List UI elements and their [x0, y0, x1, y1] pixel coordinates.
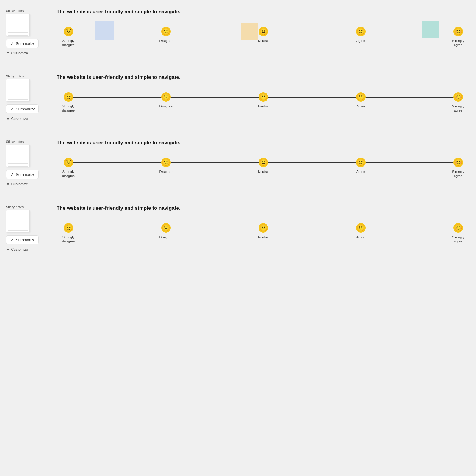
- point-label-strongly-disagree-3: Stronglydisagree: [62, 170, 75, 178]
- sticky-notes-label-1: Sticky notes: [6, 9, 24, 12]
- point-label-strongly-agree-4: Stronglyagree: [452, 235, 464, 244]
- summarize-label-3: Summarize: [16, 172, 35, 177]
- emoji-strongly-agree-4: 😊: [453, 223, 463, 233]
- summarize-icon-1: ↗: [10, 41, 14, 46]
- customize-icon-4: ≡: [7, 247, 10, 252]
- summarize-label-1: Summarize: [16, 41, 35, 46]
- likert-container-4: 😟 Stronglydisagree 😕 Disagree 😐 Neutral …: [57, 223, 470, 244]
- summarize-button-1[interactable]: ↗ Summarize: [6, 39, 39, 48]
- customize-icon-1: ≡: [7, 51, 10, 55]
- sticky-notes-label-3: Sticky notes: [6, 140, 24, 143]
- customize-button-3[interactable]: ≡ Customize: [6, 181, 29, 187]
- emoji-agree-1: 🙂: [356, 27, 366, 36]
- survey-block-4: Sticky notes ↗ Summarize ≡ Customize The…: [6, 205, 470, 253]
- likert-container-2: 😟 Stronglydisagree 😕 Disagree 😐 Neutral …: [57, 92, 470, 113]
- sticky-note-teal-1: [422, 21, 439, 38]
- likert-point-disagree-2[interactable]: 😕 Disagree: [157, 92, 175, 108]
- point-label-disagree-1: Disagree: [159, 39, 172, 43]
- likert-scale-3: 😟 Stronglydisagree 😕 Disagree 😐 Neutral …: [57, 158, 470, 178]
- likert-point-strongly-agree-1[interactable]: 😊 Stronglyagree: [449, 27, 467, 47]
- likert-point-disagree-3[interactable]: 😕 Disagree: [157, 158, 175, 174]
- summarize-label-4: Summarize: [16, 238, 35, 242]
- point-label-agree-3: Agree: [356, 170, 365, 174]
- emoji-disagree-4: 😕: [161, 223, 171, 233]
- emoji-strongly-agree-1: 😊: [453, 27, 463, 36]
- emoji-strongly-disagree-1: 😟: [64, 27, 73, 36]
- summarize-icon-4: ↗: [10, 237, 14, 242]
- point-label-disagree-4: Disagree: [159, 235, 172, 239]
- customize-icon-2: ≡: [7, 116, 10, 121]
- sticky-notes-preview-3: [6, 145, 30, 167]
- likert-container-1: 😟 Stronglydisagree 😕 Disagree 😐 Neutral …: [57, 27, 470, 47]
- point-label-agree-1: Agree: [356, 39, 365, 43]
- sidebar-1: Sticky notes ↗ Summarize ≡ Customize: [6, 9, 45, 57]
- emoji-strongly-agree-2: 😊: [453, 92, 463, 102]
- likert-point-agree-1[interactable]: 🙂 Agree: [352, 27, 370, 43]
- point-label-agree-2: Agree: [356, 104, 365, 108]
- question-title-4: The website is user-friendly and simple …: [57, 205, 470, 211]
- emoji-disagree-1: 😕: [161, 27, 171, 36]
- point-label-agree-4: Agree: [356, 235, 365, 239]
- sticky-notes-label-4: Sticky notes: [6, 205, 24, 209]
- point-label-strongly-disagree-2: Stronglydisagree: [62, 104, 75, 113]
- likert-point-disagree-1[interactable]: 😕 Disagree: [157, 27, 175, 43]
- emoji-strongly-agree-3: 😊: [453, 158, 463, 167]
- sticky-notes-preview-1: [6, 14, 30, 36]
- likert-point-neutral-4[interactable]: 😐 Neutral: [254, 223, 272, 239]
- point-label-strongly-agree-1: Stronglyagree: [452, 39, 464, 47]
- likert-container-3: 😟 Stronglydisagree 😕 Disagree 😐 Neutral …: [57, 158, 470, 178]
- emoji-strongly-disagree-3: 😟: [64, 158, 73, 167]
- summarize-icon-2: ↗: [10, 107, 14, 111]
- sidebar-3: Sticky notes ↗ Summarize ≡ Customize: [6, 140, 45, 187]
- likert-point-strongly-agree-3[interactable]: 😊 Stronglyagree: [449, 158, 467, 178]
- survey-block-2: Sticky notes ↗ Summarize ≡ Customize The…: [6, 74, 470, 122]
- likert-point-neutral-2[interactable]: 😐 Neutral: [254, 92, 272, 108]
- survey-block-3: Sticky notes ↗ Summarize ≡ Customize The…: [6, 140, 470, 187]
- emoji-neutral-4: 😐: [259, 223, 268, 233]
- customize-button-2[interactable]: ≡ Customize: [6, 115, 29, 122]
- emoji-strongly-disagree-2: 😟: [64, 92, 73, 102]
- likert-point-disagree-4[interactable]: 😕 Disagree: [157, 223, 175, 239]
- summarize-button-2[interactable]: ↗ Summarize: [6, 104, 39, 113]
- survey-block-1: Sticky notes ↗ Summarize ≡ Customize The…: [6, 9, 470, 57]
- question-title-1: The website is user-friendly and simple …: [57, 9, 470, 15]
- summarize-icon-3: ↗: [10, 172, 14, 177]
- likert-point-strongly-agree-2[interactable]: 😊 Stronglyagree: [449, 92, 467, 113]
- likert-scale-1: 😟 Stronglydisagree 😕 Disagree 😐 Neutral …: [57, 27, 470, 47]
- main-content-3: The website is user-friendly and simple …: [57, 140, 470, 178]
- sticky-note-orange-1: [241, 23, 258, 40]
- emoji-strongly-disagree-4: 😟: [64, 223, 73, 233]
- main-content-4: The website is user-friendly and simple …: [57, 205, 470, 244]
- likert-point-strongly-disagree-4[interactable]: 😟 Stronglydisagree: [60, 223, 77, 244]
- customize-button-4[interactable]: ≡ Customize: [6, 246, 29, 253]
- likert-scale-2: 😟 Stronglydisagree 😕 Disagree 😐 Neutral …: [57, 92, 470, 113]
- emoji-neutral-1: 😐: [259, 27, 268, 36]
- emoji-disagree-3: 😕: [161, 158, 171, 167]
- customize-button-1[interactable]: ≡ Customize: [6, 50, 29, 57]
- emoji-agree-4: 🙂: [356, 223, 366, 233]
- point-label-neutral-1: Neutral: [258, 39, 268, 43]
- likert-point-strongly-disagree-1[interactable]: 😟 Stronglydisagree: [60, 27, 77, 47]
- likert-point-strongly-disagree-2[interactable]: 😟 Stronglydisagree: [60, 92, 77, 113]
- emoji-agree-2: 🙂: [356, 92, 366, 102]
- likert-point-strongly-agree-4[interactable]: 😊 Stronglyagree: [449, 223, 467, 244]
- summarize-button-4[interactable]: ↗ Summarize: [6, 235, 39, 244]
- likert-point-agree-4[interactable]: 🙂 Agree: [352, 223, 370, 239]
- sidebar-4: Sticky notes ↗ Summarize ≡ Customize: [6, 205, 45, 253]
- summarize-button-3[interactable]: ↗ Summarize: [6, 170, 39, 179]
- main-content-2: The website is user-friendly and simple …: [57, 74, 470, 113]
- likert-point-agree-3[interactable]: 🙂 Agree: [352, 158, 370, 174]
- sticky-notes-preview-4: [6, 210, 30, 232]
- customize-icon-3: ≡: [7, 182, 10, 186]
- point-label-neutral-2: Neutral: [258, 104, 268, 108]
- main-content-1: The website is user-friendly and simple …: [57, 9, 470, 47]
- likert-point-strongly-disagree-3[interactable]: 😟 Stronglydisagree: [60, 158, 77, 178]
- point-label-neutral-3: Neutral: [258, 170, 268, 174]
- likert-point-neutral-3[interactable]: 😐 Neutral: [254, 158, 272, 174]
- point-label-disagree-2: Disagree: [159, 104, 172, 108]
- likert-point-agree-2[interactable]: 🙂 Agree: [352, 92, 370, 108]
- summarize-label-2: Summarize: [16, 107, 35, 111]
- emoji-agree-3: 🙂: [356, 158, 366, 167]
- emoji-disagree-2: 😕: [161, 92, 171, 102]
- sidebar-2: Sticky notes ↗ Summarize ≡ Customize: [6, 74, 45, 122]
